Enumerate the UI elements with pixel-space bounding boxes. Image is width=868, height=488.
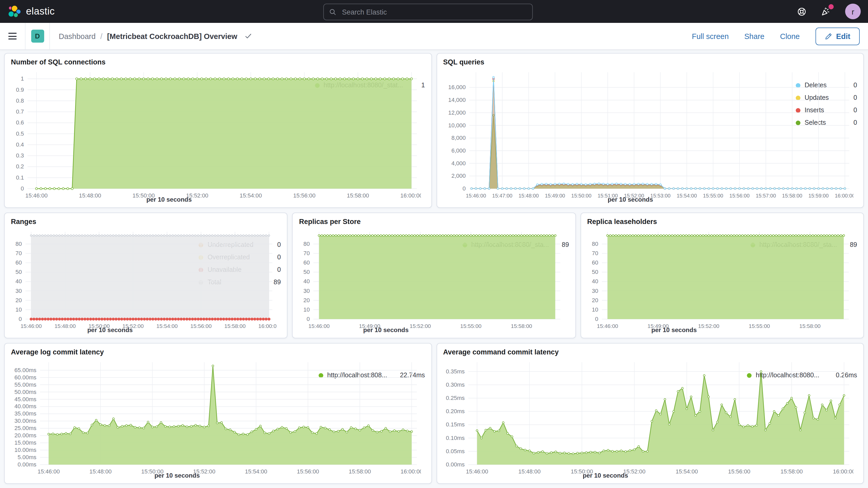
svg-text:0.3: 0.3 xyxy=(16,152,24,159)
svg-text:0: 0 xyxy=(462,185,465,192)
chart-plot-area[interactable]: 15:46:0015:48:0015:50:0015:52:0015:54:00… xyxy=(10,226,195,326)
user-avatar[interactable]: r xyxy=(845,4,861,19)
dashboard-grid: Number of SQL connections 15:46:0015:48:… xyxy=(0,49,868,488)
panel-sql-connections: Number of SQL connections 15:46:0015:48:… xyxy=(4,53,432,208)
panel-replicas-per-store: Replicas per Store 15:46:0015:49:0015:52… xyxy=(292,213,576,338)
svg-text:15:46:00: 15:46:00 xyxy=(597,323,618,329)
svg-text:0.35ms: 0.35ms xyxy=(446,368,464,375)
svg-text:12,000: 12,000 xyxy=(448,110,465,116)
chart-canvas[interactable]: 15:46:0015:48:0015:50:0015:52:0015:54:00… xyxy=(442,357,853,479)
svg-text:0.20ms: 0.20ms xyxy=(446,408,464,415)
share-button[interactable]: Share xyxy=(744,32,764,40)
app-window: elastic xyxy=(0,0,868,488)
search-field[interactable] xyxy=(323,4,533,20)
chart-canvas[interactable]: 15:46:0015:47:0015:48:0015:49:0015:50:00… xyxy=(442,67,853,203)
chart-canvas[interactable]: 15:46:0015:48:0015:50:0015:52:0015:54:00… xyxy=(10,357,421,479)
chart-plot-area[interactable]: 15:46:0015:48:0015:50:0015:52:0015:54:00… xyxy=(10,357,314,472)
chart-canvas[interactable]: 15:46:0015:48:0015:50:0015:52:0015:54:00… xyxy=(10,226,277,334)
svg-text:15:52:00: 15:52:00 xyxy=(186,192,209,199)
svg-text:15:49:00: 15:49:00 xyxy=(359,323,380,329)
svg-text:30: 30 xyxy=(16,288,22,294)
svg-text:55.00ms: 55.00ms xyxy=(14,382,36,388)
svg-text:15:54:00: 15:54:00 xyxy=(156,323,178,329)
svg-text:0.00ms: 0.00ms xyxy=(446,461,464,468)
svg-text:0: 0 xyxy=(595,316,598,322)
chart-plot-area[interactable]: 15:46:0015:49:0015:52:0015:55:0015:58:00… xyxy=(586,226,746,326)
breadcrumb-dashboard-link[interactable]: Dashboard xyxy=(59,32,96,40)
panel-row: Average log commit latency 15:46:0015:48… xyxy=(4,343,864,484)
space-badge-letter: D xyxy=(35,32,40,40)
svg-text:15:52:00: 15:52:00 xyxy=(410,323,431,329)
svg-text:40: 40 xyxy=(16,278,22,284)
svg-text:45.00ms: 45.00ms xyxy=(14,396,36,402)
svg-text:15:46:00: 15:46:00 xyxy=(21,323,42,329)
svg-text:25.00ms: 25.00ms xyxy=(14,425,36,431)
dashboard-toolbar: D Dashboard / [Metricbeat CockroachDB] O… xyxy=(0,23,868,50)
avatar-initial: r xyxy=(851,7,854,16)
chart-canvas[interactable]: 15:46:0015:49:0015:52:0015:55:0015:58:00… xyxy=(298,226,565,334)
svg-text:0.05ms: 0.05ms xyxy=(446,448,464,455)
toolbar-actions: Full screen Share Clone Edit xyxy=(692,27,860,45)
edit-button[interactable]: Edit xyxy=(815,27,860,45)
panel-row: Number of SQL connections 15:46:0015:48:… xyxy=(4,53,864,208)
svg-text:15:58:00: 15:58:00 xyxy=(511,323,532,329)
clone-button[interactable]: Clone xyxy=(780,32,800,40)
chart-plot-area[interactable]: 15:46:0015:47:0015:48:0015:49:0015:50:00… xyxy=(442,67,792,196)
svg-text:15:48:00: 15:48:00 xyxy=(55,323,76,329)
svg-text:0.25ms: 0.25ms xyxy=(446,395,464,401)
svg-text:15:48:00: 15:48:00 xyxy=(79,192,101,199)
svg-text:50: 50 xyxy=(304,269,310,275)
svg-text:5.00ms: 5.00ms xyxy=(18,454,36,460)
svg-text:0.7: 0.7 xyxy=(16,109,24,115)
main-menu-button[interactable] xyxy=(0,23,26,49)
svg-text:20: 20 xyxy=(592,297,598,304)
svg-text:16:00:00: 16:00:00 xyxy=(401,468,421,475)
elastic-brand[interactable]: elastic xyxy=(7,4,55,19)
panel-title: Number of SQL connections xyxy=(11,58,426,66)
chart-plot-area[interactable]: 15:46:0015:49:0015:52:0015:55:0015:58:00… xyxy=(298,226,458,326)
svg-text:16:00:00: 16:00:00 xyxy=(401,192,421,199)
svg-text:20: 20 xyxy=(16,297,22,304)
svg-text:10: 10 xyxy=(592,306,598,313)
chart-canvas[interactable]: 15:46:0015:49:0015:52:0015:55:0015:58:00… xyxy=(586,226,852,334)
chart-plot-area[interactable]: 15:46:0015:48:0015:50:0015:52:0015:54:00… xyxy=(442,357,743,472)
chart-plot-area[interactable]: 15:46:0015:48:0015:50:0015:52:0015:54:00… xyxy=(10,67,311,196)
title-checkmark-icon[interactable] xyxy=(244,32,252,40)
svg-text:15:55:00: 15:55:00 xyxy=(461,323,482,329)
svg-text:16:00:00: 16:00:00 xyxy=(833,468,853,475)
global-search xyxy=(323,4,533,20)
edit-button-label: Edit xyxy=(836,32,850,40)
svg-text:15:52:00: 15:52:00 xyxy=(624,193,644,199)
svg-text:0.5: 0.5 xyxy=(16,130,24,137)
svg-text:15.00ms: 15.00ms xyxy=(14,439,36,446)
help-icon[interactable] xyxy=(796,6,807,17)
panel-title: Replicas per Store xyxy=(299,218,570,225)
svg-text:0.8: 0.8 xyxy=(16,97,24,104)
whats-new-icon[interactable] xyxy=(821,6,831,17)
svg-text:10: 10 xyxy=(304,306,310,313)
svg-text:40: 40 xyxy=(304,278,310,284)
svg-text:15:52:00: 15:52:00 xyxy=(623,468,645,475)
svg-text:15:57:00: 15:57:00 xyxy=(755,193,776,199)
svg-text:1: 1 xyxy=(21,75,24,82)
page-title: [Metricbeat CockroachDB] Overview xyxy=(107,32,237,40)
svg-text:70: 70 xyxy=(592,250,598,256)
svg-text:15:46:00: 15:46:00 xyxy=(26,192,48,199)
svg-text:50: 50 xyxy=(16,269,22,275)
svg-text:15:46:00: 15:46:00 xyxy=(308,323,330,329)
svg-text:15:46:00: 15:46:00 xyxy=(465,193,486,199)
search-input[interactable] xyxy=(341,7,527,17)
space-badge[interactable]: D xyxy=(31,30,44,42)
svg-text:15:54:00: 15:54:00 xyxy=(240,192,262,199)
svg-text:60: 60 xyxy=(304,259,310,266)
svg-text:50: 50 xyxy=(592,269,598,275)
panel-sql-queries: SQL queries 15:46:0015:47:0015:48:0015:4… xyxy=(436,53,864,208)
svg-text:0.10ms: 0.10ms xyxy=(446,435,464,441)
full-screen-button[interactable]: Full screen xyxy=(692,32,729,40)
svg-text:0: 0 xyxy=(19,316,22,322)
svg-text:6,000: 6,000 xyxy=(451,147,465,154)
svg-text:14,000: 14,000 xyxy=(448,97,465,103)
svg-text:15:56:00: 15:56:00 xyxy=(293,192,315,199)
chart-canvas[interactable]: 15:46:0015:48:0015:50:0015:52:0015:54:00… xyxy=(10,67,421,203)
svg-text:0.1: 0.1 xyxy=(16,174,24,181)
